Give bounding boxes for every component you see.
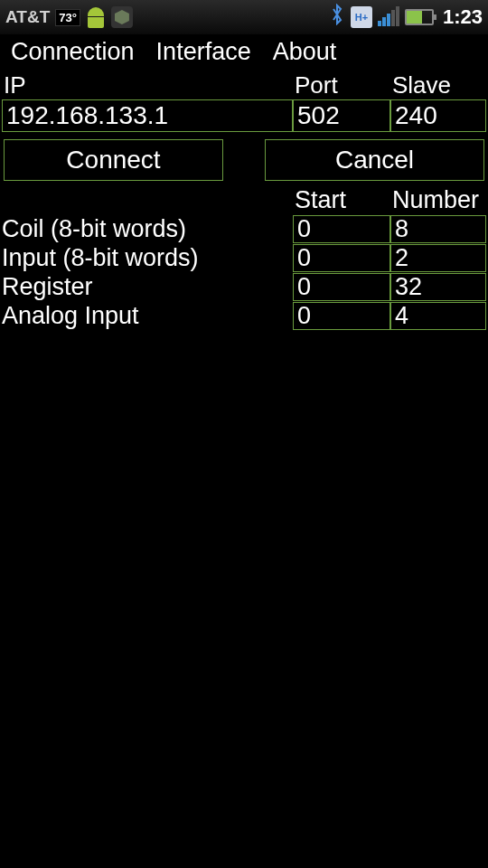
tab-interface[interactable]: Interface xyxy=(156,38,251,66)
coil-number-field[interactable]: 8 xyxy=(390,215,486,243)
row-analog: Analog Input 0 4 xyxy=(0,301,488,330)
carrier-label: AT&T xyxy=(5,7,50,27)
coil-start-field[interactable]: 0 xyxy=(293,215,390,243)
analog-label: Analog Input xyxy=(0,302,293,330)
grid-header-spacer xyxy=(0,186,293,214)
network-type-badge: H+ xyxy=(351,6,372,28)
button-row: Connect Cancel xyxy=(0,132,488,186)
row-input: Input (8-bit words) 0 2 xyxy=(0,243,488,272)
status-left: AT&T 73° xyxy=(5,5,133,29)
input-number-field[interactable]: 2 xyxy=(390,244,486,272)
ip-label: IP xyxy=(2,71,293,99)
clock-label: 1:23 xyxy=(443,5,483,29)
input-label: Input (8-bit words) xyxy=(0,244,293,272)
number-header: Number xyxy=(390,186,486,214)
slave-label: Slave xyxy=(390,71,486,99)
ip-field[interactable]: 192.168.133.1 xyxy=(2,99,293,132)
analog-number-field[interactable]: 4 xyxy=(390,302,486,330)
register-label: Register xyxy=(0,273,293,301)
port-field[interactable]: 502 xyxy=(293,99,390,132)
start-header: Start xyxy=(293,186,390,214)
connection-labels: IP Port Slave xyxy=(0,71,488,99)
status-right: H+ 1:23 xyxy=(329,4,483,31)
tab-bar: Connection Interface About xyxy=(0,34,488,71)
signal-icon xyxy=(378,8,399,26)
row-register: Register 0 32 xyxy=(0,272,488,301)
coil-label: Coil (8-bit words) xyxy=(0,215,293,243)
connection-fields: 192.168.133.1 502 240 xyxy=(0,99,488,132)
analog-start-field[interactable]: 0 xyxy=(293,302,390,330)
shield-icon xyxy=(111,6,133,28)
battery-icon xyxy=(405,9,434,25)
row-coil: Coil (8-bit words) 0 8 xyxy=(0,214,488,243)
register-start-field[interactable]: 0 xyxy=(293,273,390,301)
connect-button[interactable]: Connect xyxy=(4,139,223,181)
cancel-button[interactable]: Cancel xyxy=(265,139,484,181)
port-label: Port xyxy=(293,71,390,99)
tab-connection[interactable]: Connection xyxy=(11,38,135,66)
bluetooth-icon xyxy=(329,4,345,31)
tab-about[interactable]: About xyxy=(273,38,337,66)
register-number-field[interactable]: 32 xyxy=(390,273,486,301)
grid-header: Start Number xyxy=(0,186,488,214)
input-start-field[interactable]: 0 xyxy=(293,244,390,272)
status-bar: AT&T 73° H+ 1:23 xyxy=(0,0,488,34)
android-icon xyxy=(86,5,106,29)
temperature-badge: 73° xyxy=(55,9,80,26)
slave-field[interactable]: 240 xyxy=(390,99,486,132)
